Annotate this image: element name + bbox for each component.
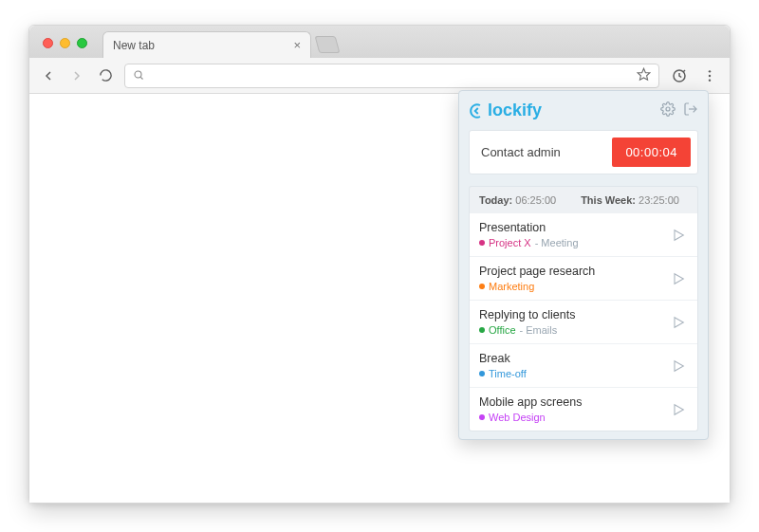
current-entry-description[interactable]: Contact admin [481, 145, 561, 159]
svg-marker-12 [675, 317, 683, 327]
svg-line-1 [140, 77, 142, 79]
brand-text: lockify [488, 101, 542, 120]
summary-today-value: 06:25:00 [515, 194, 556, 206]
time-entry-row[interactable]: Mobile app screensWeb Design [470, 387, 697, 431]
time-entry-meta: Web Design [479, 412, 582, 423]
time-entry-info: Replying to clientsOffice - Emails [479, 308, 575, 336]
recent-entries-list: PresentationProject X - MeetingProject p… [469, 213, 698, 431]
svg-marker-13 [675, 360, 683, 371]
time-entry-title: Project page research [479, 265, 595, 278]
svg-marker-11 [675, 273, 683, 284]
project-color-dot [479, 284, 485, 289]
time-entry-row[interactable]: Project page researchMarketing [470, 256, 697, 300]
search-icon [133, 67, 144, 84]
stop-timer-button[interactable]: 00:00:04 [612, 138, 691, 167]
clockify-logo: lockify [469, 101, 542, 120]
window-controls [37, 38, 93, 58]
time-entry-title: Mobile app screens [479, 395, 582, 409]
summary-today-label: Today: [479, 194, 512, 206]
browser-tab[interactable]: New tab × [102, 31, 311, 58]
project-name: Marketing [489, 281, 534, 292]
project-color-dot [479, 327, 485, 333]
svg-marker-2 [638, 68, 650, 80]
back-button[interactable] [39, 66, 58, 85]
summary-today: Today: 06:25:00 [479, 194, 556, 206]
play-icon[interactable] [669, 226, 688, 245]
project-name: Project X [489, 237, 531, 248]
time-entry-info: PresentationProject X - Meeting [479, 221, 579, 248]
svg-marker-10 [675, 229, 683, 240]
svg-point-5 [709, 70, 711, 72]
maximize-window-button[interactable] [77, 38, 87, 48]
svg-marker-14 [675, 404, 683, 414]
project-name: Time-off [489, 368, 527, 379]
play-icon[interactable] [669, 400, 688, 419]
task-name: - Emails [520, 324, 558, 336]
time-entry-title: Break [479, 352, 527, 365]
address-input[interactable] [150, 69, 631, 83]
time-entry-meta: Time-off [479, 368, 527, 379]
tab-bar: New tab × [29, 26, 730, 58]
time-entry-info: Project page researchMarketing [479, 265, 595, 292]
logout-icon[interactable] [683, 101, 698, 120]
play-icon[interactable] [669, 313, 688, 332]
svg-point-7 [709, 79, 711, 81]
clockify-extension-icon[interactable] [669, 65, 690, 86]
project-name: Office [489, 324, 516, 336]
popup-header: lockify [469, 101, 698, 120]
project-color-dot [479, 240, 485, 246]
time-entry-info: BreakTime-off [479, 352, 527, 379]
bookmark-star-icon[interactable] [637, 67, 651, 84]
task-name: - Meeting [535, 237, 579, 248]
summary-week: This Week: 23:25:00 [581, 194, 679, 206]
time-entry-title: Replying to clients [479, 308, 575, 321]
play-icon[interactable] [669, 269, 688, 288]
project-color-dot [479, 414, 485, 420]
svg-point-0 [135, 71, 141, 78]
time-summary-bar: Today: 06:25:00 This Week: 23:25:00 [469, 186, 698, 213]
summary-week-label: This Week: [581, 194, 636, 206]
svg-line-4 [683, 70, 685, 72]
browser-menu-icon[interactable] [699, 65, 720, 86]
close-window-button[interactable] [43, 38, 53, 48]
project-name: Web Design [489, 412, 546, 423]
clockify-popup: lockify Contact admin 00:00:04 Today: 06… [458, 90, 709, 440]
time-entry-row[interactable]: Replying to clientsOffice - Emails [470, 300, 697, 343]
summary-week-value: 23:25:00 [639, 194, 679, 206]
time-entry-meta: Project X - Meeting [479, 237, 579, 248]
reload-button[interactable] [96, 66, 115, 85]
tab-title: New tab [113, 39, 155, 52]
forward-button[interactable] [67, 66, 86, 85]
svg-point-8 [666, 107, 670, 111]
project-color-dot [479, 371, 485, 376]
browser-window: New tab × [28, 25, 731, 504]
new-tab-button[interactable] [315, 36, 341, 53]
time-entry-row[interactable]: PresentationProject X - Meeting [470, 213, 697, 256]
play-icon[interactable] [669, 357, 688, 376]
minimize-window-button[interactable] [60, 38, 70, 48]
time-entry-row[interactable]: BreakTime-off [470, 343, 697, 387]
time-entry-meta: Marketing [479, 281, 595, 292]
time-entry-info: Mobile app screensWeb Design [479, 395, 582, 423]
current-time-entry: Contact admin 00:00:04 [469, 130, 698, 174]
time-entry-meta: Office - Emails [479, 324, 575, 336]
svg-point-6 [709, 74, 711, 76]
close-tab-icon[interactable]: × [293, 38, 301, 52]
address-bar[interactable] [124, 64, 659, 88]
settings-icon[interactable] [660, 101, 676, 120]
time-entry-title: Presentation [479, 221, 579, 234]
toolbar [29, 58, 730, 94]
